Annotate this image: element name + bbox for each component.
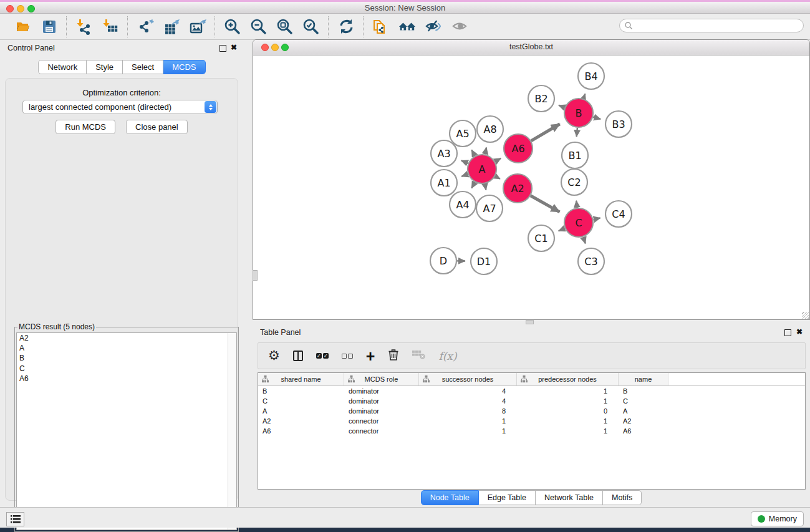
show-graphics-details-icon[interactable] [451, 18, 468, 36]
table-cell[interactable]: 1 [517, 396, 619, 406]
network-vertical-scrollbar[interactable] [253, 270, 258, 281]
table-cell[interactable]: 4 [419, 386, 517, 396]
result-list-item[interactable]: A6 [17, 374, 236, 384]
search-input[interactable] [619, 19, 804, 32]
save-session-icon[interactable] [41, 18, 58, 36]
apply-layout-icon[interactable] [337, 18, 355, 36]
tab-node-table[interactable]: Node Table [421, 490, 479, 505]
table-cell[interactable]: C [619, 396, 668, 406]
export-network-icon[interactable] [137, 18, 154, 36]
network-window-titlebar[interactable]: testGlobe.txt [253, 40, 809, 56]
graph-edge-A-A7[interactable] [485, 184, 486, 190]
result-list-scrollbar[interactable] [228, 333, 236, 530]
splitter-handle[interactable] [526, 320, 534, 324]
table-cell[interactable]: 1 [517, 386, 619, 396]
import-table-icon[interactable] [102, 18, 119, 36]
table-cell[interactable]: dominator [344, 386, 419, 396]
graph-edge-C-C1[interactable] [559, 228, 565, 231]
network-resize-grip[interactable] [802, 312, 809, 319]
graph-edge-C-C2[interactable] [576, 201, 577, 208]
close-panel-icon[interactable]: ✖ [231, 43, 237, 52]
zoom-in-icon[interactable] [224, 18, 241, 36]
table-cell[interactable]: 4 [419, 396, 517, 406]
table-cell[interactable]: connector [344, 426, 419, 436]
table-cell[interactable]: dominator [344, 406, 419, 416]
graph-edge-A2-C[interactable] [531, 196, 560, 212]
duplicate-network-icon[interactable] [372, 18, 390, 36]
table-settings-icon[interactable]: ⚙ [268, 349, 280, 362]
optimization-criterion-select[interactable]: largest connected component (directed) [22, 100, 218, 114]
table-cell[interactable]: 1 [517, 426, 619, 436]
tab-network[interactable]: Network [38, 60, 87, 74]
export-table-icon[interactable] [163, 18, 180, 36]
memory-button[interactable]: Memory [751, 511, 804, 526]
column-header-name[interactable]: name [619, 373, 668, 385]
column-header-MCDS-role[interactable]: MCDS role [344, 373, 419, 385]
result-list-item[interactable]: A [17, 343, 236, 353]
show-panels-button[interactable] [6, 512, 24, 526]
column-header-predecessor-nodes[interactable]: predecessor nodes [517, 373, 619, 385]
column-header-successor-nodes[interactable]: successor nodes [419, 373, 517, 385]
graph-edge-A-A5[interactable] [471, 150, 475, 156]
run-mcds-button[interactable]: Run MCDS [55, 120, 115, 134]
table-row[interactable]: A6connector11A6 [258, 426, 805, 436]
graph-edge-A-A3[interactable] [461, 160, 468, 163]
table-cell[interactable]: 0 [517, 406, 619, 416]
graph-edge-A-A2[interactable] [495, 176, 500, 178]
tab-mcds[interactable]: MCDS [163, 60, 205, 74]
table-cell[interactable]: dominator [344, 396, 419, 406]
table-close-panel-icon[interactable]: ✖ [796, 327, 803, 336]
zoom-out-icon[interactable] [250, 18, 268, 36]
result-list-item[interactable]: A2 [17, 333, 236, 343]
table-row[interactable]: Bdominator41B [258, 386, 805, 396]
first-neighbors-icon[interactable] [398, 18, 416, 36]
network-graph[interactable]: B4B2BB3A8A5A6A3B1AA1C2A2A4A7C4CC1DC3D1 [253, 55, 809, 319]
table-cell[interactable]: A [258, 406, 344, 416]
table-cell[interactable]: C [258, 396, 344, 406]
delete-columns-icon[interactable] [388, 348, 399, 364]
graph-edge-B-B4[interactable] [584, 94, 586, 99]
open-file-icon[interactable] [14, 18, 32, 36]
close-panel-button[interactable]: Close panel [126, 120, 188, 134]
table-cell[interactable]: A2 [619, 416, 668, 426]
table-cell[interactable]: connector [344, 416, 419, 426]
graph-edge-C-C3[interactable] [583, 237, 585, 244]
result-list-item[interactable]: C [17, 364, 236, 374]
graph-edge-B-B3[interactable] [593, 117, 600, 118]
table-cell[interactable]: A6 [258, 426, 344, 436]
table-cell[interactable]: A [619, 406, 668, 416]
tab-select[interactable]: Select [123, 60, 163, 74]
graph-edge-A-A6[interactable] [495, 158, 501, 162]
export-image-icon[interactable] [189, 18, 206, 36]
table-cell[interactable]: B [258, 386, 344, 396]
graph-edge-A-A4[interactable] [471, 182, 475, 188]
create-column-icon[interactable]: + [366, 350, 375, 362]
show-columns-icon[interactable] [293, 351, 303, 361]
table-row[interactable]: A2connector11A2 [258, 416, 805, 426]
mcds-result-list[interactable]: A2ABCA6 [16, 332, 237, 530]
table-cell[interactable]: 1 [517, 416, 619, 426]
table-cell[interactable]: 8 [419, 406, 517, 416]
graph-edge-C-C4[interactable] [593, 218, 600, 219]
tab-motifs[interactable]: Motifs [603, 490, 642, 505]
table-row[interactable]: Adominator80A [258, 406, 805, 416]
tab-network-table[interactable]: Network Table [536, 490, 603, 505]
tab-style[interactable]: Style [87, 60, 123, 74]
import-network-icon[interactable] [75, 18, 93, 36]
table-header-row[interactable]: shared nameMCDS rolesuccessor nodesprede… [258, 373, 805, 386]
hide-graphics-details-icon[interactable] [425, 18, 442, 36]
graph-edge-A6-B[interactable] [531, 124, 560, 141]
zoom-selected-icon[interactable] [302, 18, 320, 36]
select-all-columns-icon[interactable]: ✓✓ [316, 353, 329, 359]
table-cell[interactable]: 1 [419, 426, 517, 436]
graph-edge-A-A1[interactable] [461, 174, 468, 177]
float-panel-icon[interactable] [219, 45, 226, 52]
graph-edge-B-B1[interactable] [577, 128, 577, 137]
table-cell[interactable]: A6 [619, 426, 668, 436]
column-header-shared-name[interactable]: shared name [258, 373, 344, 385]
table-cell[interactable]: A2 [258, 416, 344, 426]
network-canvas[interactable]: B4B2BB3A8A5A6A3B1AA1C2A2A4A7C4CC1DC3D1 [253, 55, 809, 319]
tab-edge-table[interactable]: Edge Table [479, 490, 536, 505]
node-table[interactable]: shared nameMCDS rolesuccessor nodesprede… [258, 372, 806, 490]
table-cell[interactable]: 1 [419, 416, 517, 426]
